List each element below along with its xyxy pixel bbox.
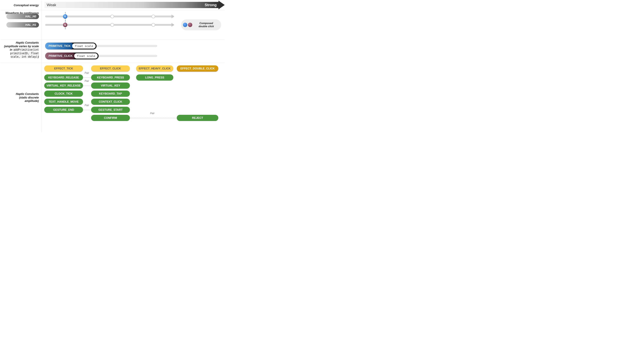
label-haptic-constants-static: Haptic Constants (static discrete amplit… [0,63,41,132]
chip-virtual-key-release: VIRTUAL_KEY_RELEASE [44,83,83,89]
hal-h1-s-marker: S [63,23,67,27]
hal-h0-stop-mid [110,15,114,18]
primitive-click-scale: float scale [74,53,98,59]
chip-keyboard-release: KEYBOARD_RELEASE [44,74,83,81]
chip-text-handle-move: TEXT_HANDLE_MOVE [44,99,83,105]
hal-h0-track: S [45,14,174,19]
primitive-tick-pill: PRIMITIVE_TICK [45,43,74,49]
arrowhead-icon [218,1,225,9]
energy-strong-label: Strong [205,3,217,7]
chip-confirm: CONFIRM [91,115,130,121]
chip-keyboard-press: KEYBOARD_PRESS [91,74,130,81]
chip-effect-double-click: EFFECT_DOUBLE_CLICK [177,65,218,72]
pair-label-confirm-reject: Pair [150,112,154,115]
pair-connector-line [83,78,91,78]
hal-h1-stop-right [152,23,155,27]
chip-effect-tick: EFFECT_TICK [44,65,83,72]
energy-weak-label: Weak [47,3,56,7]
arrowhead-icon [172,15,174,18]
pair-connector-line [83,110,91,110]
pair-connector-line [130,118,177,118]
primitive-click-row: PRIMITIVE_CLICK float scale [45,53,157,59]
code-add-primitive: addPrimitive(int primitiveID, float scal… [10,48,39,58]
chip-keyboard-tap: KEYBOARD_TAP [91,91,130,97]
hal-h1-pill: HAL_H1 [6,22,39,28]
composed-double-click-badge: Composed double click [181,20,221,30]
hal-h0-s-marker: S [63,14,67,19]
pair-label-gesture: Pair [84,104,89,107]
chip-effect-click: EFFECT_CLICK [91,65,130,72]
arrowhead-icon [172,23,174,27]
chip-context-click: CONTEXT_CLICK [91,99,130,105]
chip-effect-heavy-click: EFFECT_HEAVY_CLICK [136,65,173,72]
primitive-tick-scale: float scale [72,43,96,49]
label-haptic-constants-scaled: Haptic Constants (amplitude varies by sc… [0,40,41,63]
primitive-click-pill: PRIMITIVE_CLICK [45,53,76,59]
hal-h1-track: S [45,22,174,28]
chip-virtual-key: VIRTUAL_KEY [91,83,130,89]
chip-gesture-start: GESTURE_START [91,107,130,113]
dot-maroon-icon [188,23,192,27]
pair-label-kb: Pair [84,72,89,74]
chip-clock-tick: CLOCK_TICK [44,91,83,97]
energy-gradient-arrow: Weak Strong [44,2,225,8]
chip-long-press: LONG_PRESS [136,74,173,81]
chip-reject: REJECT [177,115,218,121]
hal-h1-stop-mid [110,23,114,27]
chip-gesture-end: GESTURE_END [44,107,83,113]
hal-h0-pill: HAL_H0 [6,14,39,19]
pair-connector-line [83,86,91,86]
dot-blue-icon [183,23,187,27]
pair-label-vk: Pair [84,80,89,83]
primitive-tick-row: PRIMITIVE_TICK float scale [45,43,157,49]
label-conceptual-energy: Conceptual energy [0,1,41,10]
hal-h0-stop-right [152,15,155,18]
